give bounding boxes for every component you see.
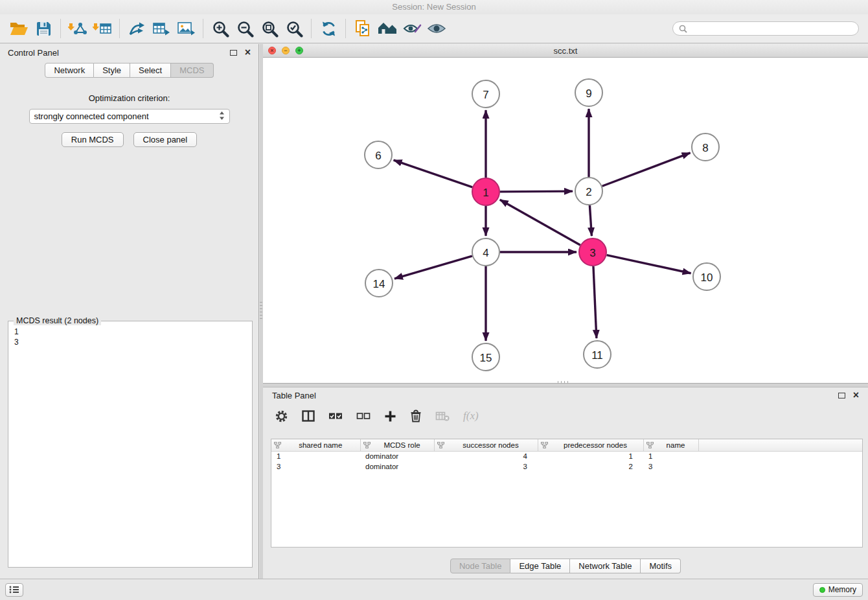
memory-button[interactable]: Memory xyxy=(813,583,863,597)
window-close-button[interactable]: × xyxy=(268,47,276,54)
graph-edge-2-3[interactable] xyxy=(589,205,591,236)
graph-node-4[interactable]: 4 xyxy=(472,238,499,266)
graph-node-3[interactable]: 3 xyxy=(579,238,606,266)
svg-text:11: 11 xyxy=(591,349,603,362)
deselect-all-icon[interactable] xyxy=(356,411,371,421)
graph-node-11[interactable]: 11 xyxy=(584,341,611,368)
table-export-icon[interactable] xyxy=(149,17,174,40)
zoom-in-icon[interactable] xyxy=(208,17,233,40)
toolbar-separator xyxy=(119,19,120,38)
svg-text:2: 2 xyxy=(586,186,591,198)
tab-network[interactable]: Network xyxy=(45,63,94,78)
tab-select[interactable]: Select xyxy=(130,63,171,78)
graph-node-2[interactable]: 2 xyxy=(575,178,602,205)
mcds-buttons-row: Run MCDS Close panel xyxy=(0,132,258,147)
cell-name: 1 xyxy=(643,451,698,461)
tab-node-table[interactable]: Node Table xyxy=(450,559,511,573)
column-header-predecessor-nodes[interactable]: predecessor nodes xyxy=(538,439,643,451)
search-input[interactable] xyxy=(691,24,852,33)
graph-edge-3-1[interactable] xyxy=(500,200,580,245)
float-table-panel-icon[interactable] xyxy=(838,393,845,398)
svg-text:1: 1 xyxy=(483,187,488,199)
graph-node-7[interactable]: 7 xyxy=(472,80,499,108)
main-toolbar xyxy=(0,14,868,43)
graph-edge-3-10[interactable] xyxy=(607,255,691,273)
network-share-icon[interactable] xyxy=(124,17,149,40)
tab-motifs[interactable]: Motifs xyxy=(641,559,681,573)
document-share-icon[interactable] xyxy=(350,17,375,40)
mcds-result-list[interactable]: 13 xyxy=(8,321,252,352)
graph-edge-1-2[interactable] xyxy=(500,191,573,192)
graph-node-10[interactable]: 10 xyxy=(693,263,720,290)
column-type-icon xyxy=(363,442,371,448)
column-layout-icon[interactable] xyxy=(302,410,315,422)
zoom-selected-icon[interactable] xyxy=(282,17,306,40)
column-type-icon xyxy=(541,442,548,448)
graph-node-6[interactable]: 6 xyxy=(365,141,392,168)
column-header-filler xyxy=(698,439,862,451)
toolbar-separator xyxy=(60,19,61,38)
graph-node-15[interactable]: 15 xyxy=(472,343,499,371)
function-icon[interactable]: f(x) xyxy=(463,410,479,422)
eye-icon[interactable] xyxy=(424,17,449,40)
zoom-out-icon[interactable] xyxy=(233,17,257,40)
table-row[interactable]: 1dominator411 xyxy=(271,451,862,461)
search-box[interactable] xyxy=(672,21,859,36)
style-eye-icon[interactable] xyxy=(400,17,424,40)
close-panel-icon[interactable]: × xyxy=(245,47,251,58)
network-import-icon[interactable] xyxy=(65,17,90,40)
zoom-fit-icon[interactable] xyxy=(257,17,282,40)
tab-style[interactable]: Style xyxy=(94,63,130,78)
graph-node-8[interactable]: 8 xyxy=(692,133,719,161)
table-import-icon[interactable] xyxy=(90,17,115,40)
criterion-dropdown[interactable]: strongly connected component xyxy=(29,109,230,124)
column-header-name[interactable]: name xyxy=(643,439,698,451)
cell-predecessor-nodes: 1 xyxy=(538,451,643,461)
folder-open-icon[interactable] xyxy=(6,17,31,40)
floppy-save-icon[interactable] xyxy=(31,17,56,40)
cell-predecessor-nodes: 2 xyxy=(538,461,643,472)
run-mcds-button[interactable]: Run MCDS xyxy=(62,132,124,147)
vertical-splitter-grip[interactable] xyxy=(260,302,262,320)
plus-icon[interactable] xyxy=(384,410,396,422)
table-row[interactable]: 3dominator323 xyxy=(271,461,862,472)
graph-node-14[interactable]: 14 xyxy=(365,270,393,297)
close-table-panel-icon[interactable]: × xyxy=(853,390,859,400)
graph-edge-4-14[interactable] xyxy=(394,256,472,279)
graph-edge-2-8[interactable] xyxy=(602,153,691,186)
cell-name: 3 xyxy=(643,461,698,472)
network-canvas[interactable]: 7968124314101511 xyxy=(263,58,868,383)
gear-icon[interactable] xyxy=(275,410,288,423)
svg-text:8: 8 xyxy=(702,142,708,154)
image-export-icon[interactable] xyxy=(174,17,198,40)
trash-icon[interactable] xyxy=(410,410,422,422)
window-title: Session: New Session xyxy=(392,2,475,12)
float-panel-icon[interactable] xyxy=(230,50,237,56)
svg-text:4: 4 xyxy=(483,247,488,259)
memory-status-dot xyxy=(819,587,825,593)
refresh-icon[interactable] xyxy=(316,17,341,40)
cell-shared-name: 1 xyxy=(271,451,360,461)
network-window: × − + scc.txt 7968124314101511 xyxy=(263,44,868,384)
table-toolbar: f(x) xyxy=(263,403,868,429)
column-header-mcds-role[interactable]: MCDS role xyxy=(360,439,434,451)
graph-edge-1-6[interactable] xyxy=(394,160,473,187)
mcds-result-title: MCDS result (2 nodes) xyxy=(14,316,101,325)
tab-network-table[interactable]: Network Table xyxy=(570,559,641,573)
tab-edge-table[interactable]: Edge Table xyxy=(510,559,570,573)
tab-mcds[interactable]: MCDS xyxy=(171,63,213,78)
column-header-shared-name[interactable]: shared name xyxy=(271,439,360,451)
mcds-result-box: MCDS result (2 nodes) 13 xyxy=(8,321,253,568)
delete-table-icon[interactable] xyxy=(435,411,450,421)
column-header-successor-nodes[interactable]: successor nodes xyxy=(434,439,538,451)
houses-icon[interactable] xyxy=(375,17,400,40)
task-history-icon[interactable] xyxy=(5,583,23,597)
window-minimize-button[interactable]: − xyxy=(282,47,290,54)
close-panel-button[interactable]: Close panel xyxy=(133,132,198,147)
graph-node-1[interactable]: 1 xyxy=(472,178,499,205)
graph-edge-3-11[interactable] xyxy=(593,266,597,338)
select-all-icon[interactable] xyxy=(328,411,343,421)
graph-node-9[interactable]: 9 xyxy=(575,79,602,106)
horizontal-splitter-grip[interactable] xyxy=(558,381,568,384)
window-zoom-button[interactable]: + xyxy=(295,47,303,54)
